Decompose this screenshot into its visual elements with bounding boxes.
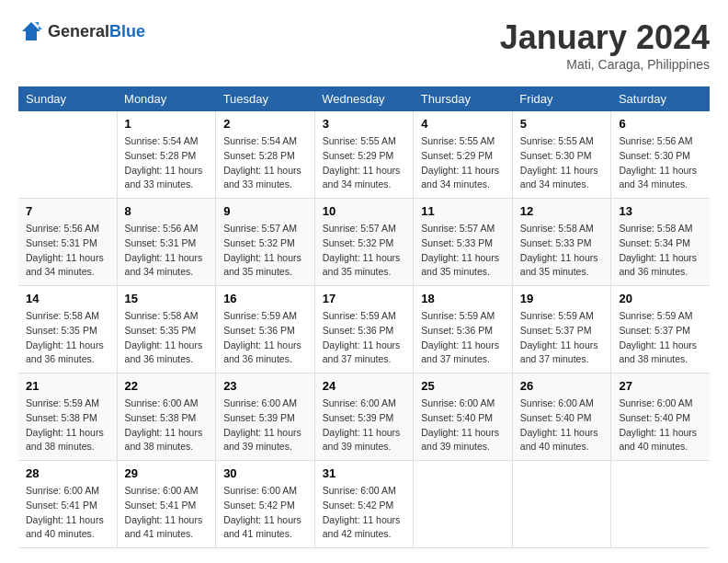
day-number: 17	[323, 292, 406, 305]
calendar-cell: 17Sunrise: 5:59 AMSunset: 5:36 PMDayligh…	[314, 286, 414, 373]
day-number: 11	[421, 204, 505, 218]
calendar-cell: 9Sunrise: 5:57 AMSunset: 5:32 PMDaylight…	[216, 199, 315, 286]
day-number: 14	[26, 292, 109, 305]
calendar-cell: 22Sunrise: 6:00 AMSunset: 5:38 PMDayligh…	[117, 373, 216, 461]
cell-info: Sunrise: 5:55 AMSunset: 5:29 PMDaylight:…	[323, 134, 406, 192]
day-number: 3	[323, 117, 406, 131]
location: Mati, Caraga, Philippines	[500, 57, 710, 72]
cell-info: Sunrise: 5:54 AMSunset: 5:28 PMDaylight:…	[223, 134, 307, 192]
cell-info: Sunrise: 6:00 AMSunset: 5:40 PMDaylight:…	[619, 396, 702, 454]
day-number: 18	[421, 292, 505, 305]
calendar-week-row: 21Sunrise: 5:59 AMSunset: 5:38 PMDayligh…	[18, 373, 710, 461]
cell-info: Sunrise: 6:00 AMSunset: 5:38 PMDaylight:…	[125, 396, 209, 454]
day-header: Friday	[512, 86, 611, 111]
day-number: 2	[223, 117, 307, 131]
calendar-cell: 10Sunrise: 5:57 AMSunset: 5:32 PMDayligh…	[314, 199, 414, 286]
calendar-cell	[414, 461, 513, 548]
calendar-cell: 25Sunrise: 6:00 AMSunset: 5:40 PMDayligh…	[414, 373, 513, 461]
page-header: GeneralBlue January 2024 Mati, Caraga, P…	[18, 18, 710, 72]
cell-info: Sunrise: 6:00 AMSunset: 5:42 PMDaylight:…	[323, 484, 406, 542]
calendar-cell: 23Sunrise: 6:00 AMSunset: 5:39 PMDayligh…	[216, 373, 315, 461]
calendar-cell: 14Sunrise: 5:58 AMSunset: 5:35 PMDayligh…	[18, 286, 117, 373]
day-number: 6	[619, 117, 702, 131]
day-number: 27	[619, 379, 702, 393]
day-number: 21	[26, 379, 109, 393]
cell-info: Sunrise: 5:57 AMSunset: 5:33 PMDaylight:…	[421, 222, 505, 280]
calendar-cell: 2Sunrise: 5:54 AMSunset: 5:28 PMDaylight…	[216, 111, 315, 199]
cell-info: Sunrise: 6:00 AMSunset: 5:41 PMDaylight:…	[125, 484, 209, 542]
logo-icon	[18, 18, 44, 44]
cell-info: Sunrise: 5:57 AMSunset: 5:32 PMDaylight:…	[323, 222, 406, 280]
cell-info: Sunrise: 6:00 AMSunset: 5:40 PMDaylight:…	[520, 396, 604, 454]
calendar-cell: 15Sunrise: 5:58 AMSunset: 5:35 PMDayligh…	[117, 286, 216, 373]
cell-info: Sunrise: 5:58 AMSunset: 5:33 PMDaylight:…	[520, 222, 604, 280]
calendar-cell: 11Sunrise: 5:57 AMSunset: 5:33 PMDayligh…	[414, 199, 513, 286]
calendar-cell: 20Sunrise: 5:59 AMSunset: 5:37 PMDayligh…	[611, 286, 710, 373]
calendar-cell: 18Sunrise: 5:59 AMSunset: 5:36 PMDayligh…	[414, 286, 513, 373]
day-number: 28	[26, 466, 109, 480]
calendar-cell: 3Sunrise: 5:55 AMSunset: 5:29 PMDaylight…	[314, 111, 414, 199]
day-number: 24	[323, 379, 406, 393]
calendar-cell: 6Sunrise: 5:56 AMSunset: 5:30 PMDaylight…	[611, 111, 710, 199]
day-number: 29	[125, 466, 209, 480]
cell-info: Sunrise: 6:00 AMSunset: 5:42 PMDaylight:…	[223, 484, 307, 542]
cell-info: Sunrise: 5:59 AMSunset: 5:36 PMDaylight:…	[421, 309, 505, 367]
calendar-cell: 28Sunrise: 6:00 AMSunset: 5:41 PMDayligh…	[18, 461, 117, 548]
calendar-cell: 7Sunrise: 5:56 AMSunset: 5:31 PMDaylight…	[18, 199, 117, 286]
cell-info: Sunrise: 5:56 AMSunset: 5:31 PMDaylight:…	[26, 222, 109, 280]
day-number: 9	[223, 204, 307, 218]
calendar-cell: 24Sunrise: 6:00 AMSunset: 5:39 PMDayligh…	[314, 373, 414, 461]
day-number: 19	[520, 292, 604, 305]
day-header: Thursday	[414, 86, 513, 111]
month-title: January 2024	[500, 18, 710, 57]
cell-info: Sunrise: 6:00 AMSunset: 5:40 PMDaylight:…	[421, 396, 505, 454]
calendar-cell: 19Sunrise: 5:59 AMSunset: 5:37 PMDayligh…	[512, 286, 611, 373]
cell-info: Sunrise: 5:56 AMSunset: 5:30 PMDaylight:…	[619, 134, 702, 192]
cell-info: Sunrise: 6:00 AMSunset: 5:39 PMDaylight:…	[223, 396, 307, 454]
logo-text-blue: Blue	[109, 22, 145, 40]
day-number: 13	[619, 204, 702, 218]
calendar-cell	[611, 461, 710, 548]
cell-info: Sunrise: 5:58 AMSunset: 5:34 PMDaylight:…	[619, 222, 702, 280]
calendar-cell: 16Sunrise: 5:59 AMSunset: 5:36 PMDayligh…	[216, 286, 315, 373]
calendar-week-row: 7Sunrise: 5:56 AMSunset: 5:31 PMDaylight…	[18, 199, 710, 286]
day-number: 1	[125, 117, 209, 131]
day-number: 26	[520, 379, 604, 393]
cell-info: Sunrise: 5:56 AMSunset: 5:31 PMDaylight:…	[125, 222, 209, 280]
calendar-cell	[512, 461, 611, 548]
calendar-week-row: 28Sunrise: 6:00 AMSunset: 5:41 PMDayligh…	[18, 461, 710, 548]
day-number: 4	[421, 117, 505, 131]
logo-text-general: General	[48, 22, 109, 40]
day-number: 8	[125, 204, 209, 218]
calendar-cell: 26Sunrise: 6:00 AMSunset: 5:40 PMDayligh…	[512, 373, 611, 461]
header-row: SundayMondayTuesdayWednesdayThursdayFrid…	[18, 86, 710, 111]
calendar-cell: 4Sunrise: 5:55 AMSunset: 5:29 PMDaylight…	[414, 111, 513, 199]
logo: GeneralBlue	[18, 18, 145, 44]
day-number: 22	[125, 379, 209, 393]
day-header: Monday	[117, 86, 216, 111]
cell-info: Sunrise: 5:59 AMSunset: 5:37 PMDaylight:…	[619, 309, 702, 367]
cell-info: Sunrise: 6:00 AMSunset: 5:39 PMDaylight:…	[323, 396, 406, 454]
calendar-week-row: 1Sunrise: 5:54 AMSunset: 5:28 PMDaylight…	[18, 111, 710, 199]
calendar-cell: 21Sunrise: 5:59 AMSunset: 5:38 PMDayligh…	[18, 373, 117, 461]
day-number: 30	[223, 466, 307, 480]
cell-info: Sunrise: 6:00 AMSunset: 5:41 PMDaylight:…	[26, 484, 109, 542]
day-number: 20	[619, 292, 702, 305]
day-number: 16	[223, 292, 307, 305]
day-number: 7	[26, 204, 109, 218]
day-header: Saturday	[611, 86, 710, 111]
cell-info: Sunrise: 5:58 AMSunset: 5:35 PMDaylight:…	[125, 309, 209, 367]
day-number: 25	[421, 379, 505, 393]
calendar-cell: 29Sunrise: 6:00 AMSunset: 5:41 PMDayligh…	[117, 461, 216, 548]
calendar-cell: 5Sunrise: 5:55 AMSunset: 5:30 PMDaylight…	[512, 111, 611, 199]
calendar-cell: 1Sunrise: 5:54 AMSunset: 5:28 PMDaylight…	[117, 111, 216, 199]
calendar-week-row: 14Sunrise: 5:58 AMSunset: 5:35 PMDayligh…	[18, 286, 710, 373]
calendar-cell: 27Sunrise: 6:00 AMSunset: 5:40 PMDayligh…	[611, 373, 710, 461]
cell-info: Sunrise: 5:55 AMSunset: 5:30 PMDaylight:…	[520, 134, 604, 192]
calendar-table: SundayMondayTuesdayWednesdayThursdayFrid…	[18, 86, 710, 548]
cell-info: Sunrise: 5:57 AMSunset: 5:32 PMDaylight:…	[223, 222, 307, 280]
cell-info: Sunrise: 5:59 AMSunset: 5:36 PMDaylight:…	[223, 309, 307, 367]
day-number: 12	[520, 204, 604, 218]
day-number: 10	[323, 204, 406, 218]
calendar-cell: 30Sunrise: 6:00 AMSunset: 5:42 PMDayligh…	[216, 461, 315, 548]
